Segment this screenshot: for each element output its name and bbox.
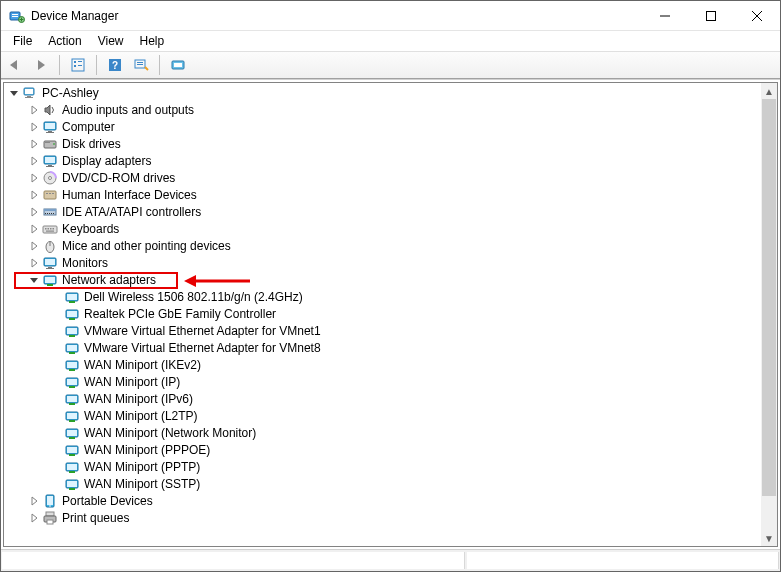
category-display-adapters[interactable]: Display adapters <box>6 152 761 169</box>
scroll-down-arrow[interactable]: ▼ <box>761 530 777 546</box>
expand-toggle[interactable] <box>28 240 40 252</box>
expand-toggle[interactable] <box>28 223 40 235</box>
nic-icon <box>64 340 80 356</box>
maximize-button[interactable] <box>688 1 734 31</box>
toolbar-separator <box>159 55 160 75</box>
device-label: Realtek PCIe GbE Family Controller <box>84 307 276 321</box>
svg-point-33 <box>49 176 52 179</box>
expand-toggle[interactable] <box>28 257 40 269</box>
close-button[interactable] <box>734 1 780 31</box>
printer-icon <box>42 510 58 526</box>
category-print-queues[interactable]: Print queues <box>6 509 761 526</box>
ide-icon <box>42 204 58 220</box>
category-monitors[interactable]: Monitors <box>6 254 761 271</box>
device-item[interactable]: WAN Miniport (PPPOE) <box>6 441 761 458</box>
menu-view[interactable]: View <box>90 32 132 50</box>
scroll-up-arrow[interactable]: ▲ <box>761 83 777 99</box>
category-disk-drives[interactable]: Disk drives <box>6 135 761 152</box>
device-label: VMware Virtual Ethernet Adapter for VMne… <box>84 324 321 338</box>
category-computer[interactable]: Computer <box>6 118 761 135</box>
device-item[interactable]: VMware Virtual Ethernet Adapter for VMne… <box>6 322 761 339</box>
back-button[interactable] <box>3 54 27 76</box>
vertical-scrollbar[interactable]: ▲ ▼ <box>761 83 777 546</box>
menu-help[interactable]: Help <box>132 32 173 50</box>
category-ide-ata-atapi-controllers[interactable]: IDE ATA/ATAPI controllers <box>6 203 761 220</box>
svg-rect-54 <box>45 259 55 265</box>
menu-action[interactable]: Action <box>40 32 89 50</box>
expand-toggle[interactable] <box>28 189 40 201</box>
forward-button[interactable] <box>29 54 53 76</box>
category-label: Computer <box>62 120 115 134</box>
nic-icon <box>64 391 80 407</box>
device-item[interactable]: WAN Miniport (IPv6) <box>6 390 761 407</box>
nic-icon <box>64 289 80 305</box>
content-area: PC-AshleyAudio inputs and outputsCompute… <box>1 79 780 549</box>
status-pane <box>2 552 465 569</box>
category-label: Audio inputs and outputs <box>62 103 194 117</box>
category-dvd-cd-rom-drives[interactable]: DVD/CD-ROM drives <box>6 169 761 186</box>
svg-rect-24 <box>46 132 54 133</box>
category-network-adapters[interactable]: Network adapters <box>6 271 761 288</box>
nic-icon <box>64 306 80 322</box>
expand-toggle[interactable] <box>28 512 40 524</box>
device-item[interactable]: WAN Miniport (L2TP) <box>6 407 761 424</box>
device-item[interactable]: WAN Miniport (Network Monitor) <box>6 424 761 441</box>
nic-icon <box>64 442 80 458</box>
expand-toggle[interactable] <box>28 274 40 286</box>
device-item[interactable]: WAN Miniport (IKEv2) <box>6 356 761 373</box>
disk-icon <box>42 136 58 152</box>
category-human-interface-devices[interactable]: Human Interface Devices <box>6 186 761 203</box>
titlebar: Device Manager <box>1 1 780 31</box>
expand-toggle[interactable] <box>28 206 40 218</box>
category-mice-and-other-pointing-devices[interactable]: Mice and other pointing devices <box>6 237 761 254</box>
svg-rect-44 <box>53 213 54 214</box>
speaker-icon <box>42 102 58 118</box>
device-tree[interactable]: PC-AshleyAudio inputs and outputsCompute… <box>4 83 761 546</box>
show-hidden-button[interactable] <box>166 54 190 76</box>
category-keyboards[interactable]: Keyboards <box>6 220 761 237</box>
minimize-button[interactable] <box>642 1 688 31</box>
device-label: WAN Miniport (IKEv2) <box>84 358 201 372</box>
device-item[interactable]: WAN Miniport (SSTP) <box>6 475 761 492</box>
device-item[interactable]: Realtek PCIe GbE Family Controller <box>6 305 761 322</box>
expand-toggle[interactable] <box>28 172 40 184</box>
svg-rect-61 <box>67 294 77 300</box>
category-audio-inputs-and-outputs[interactable]: Audio inputs and outputs <box>6 101 761 118</box>
svg-rect-80 <box>69 403 75 405</box>
expand-toggle[interactable] <box>28 138 40 150</box>
svg-rect-79 <box>67 396 77 402</box>
device-label: WAN Miniport (IPv6) <box>84 392 193 406</box>
svg-rect-13 <box>137 62 143 63</box>
svg-rect-34 <box>44 191 56 199</box>
device-item[interactable]: VMware Virtual Ethernet Adapter for VMne… <box>6 339 761 356</box>
expand-toggle[interactable] <box>28 495 40 507</box>
nic-icon <box>64 476 80 492</box>
tree-root[interactable]: PC-Ashley <box>6 84 761 101</box>
monitor-icon <box>42 119 58 135</box>
svg-rect-70 <box>67 345 77 351</box>
device-item[interactable]: WAN Miniport (IP) <box>6 373 761 390</box>
svg-rect-4 <box>707 11 716 20</box>
category-label: Mice and other pointing devices <box>62 239 231 253</box>
expand-toggle[interactable] <box>8 87 20 99</box>
svg-rect-6 <box>74 61 76 63</box>
help-button[interactable]: ? <box>103 54 127 76</box>
scan-button[interactable] <box>129 54 153 76</box>
expand-toggle[interactable] <box>28 121 40 133</box>
category-label: DVD/CD-ROM drives <box>62 171 175 185</box>
properties-button[interactable] <box>66 54 90 76</box>
svg-rect-48 <box>50 228 52 230</box>
category-portable-devices[interactable]: Portable Devices <box>6 492 761 509</box>
scroll-track[interactable] <box>761 99 777 530</box>
computer-icon <box>22 85 38 101</box>
device-item[interactable]: WAN Miniport (PPTP) <box>6 458 761 475</box>
menu-file[interactable]: File <box>5 32 40 50</box>
nic-icon <box>64 374 80 390</box>
nic-icon <box>64 459 80 475</box>
expand-toggle[interactable] <box>28 104 40 116</box>
scroll-thumb[interactable] <box>762 99 776 496</box>
statusbar <box>1 549 780 571</box>
device-item[interactable]: Dell Wireless 1506 802.11b/g/n (2.4GHz) <box>6 288 761 305</box>
svg-rect-95 <box>69 488 75 490</box>
expand-toggle[interactable] <box>28 155 40 167</box>
